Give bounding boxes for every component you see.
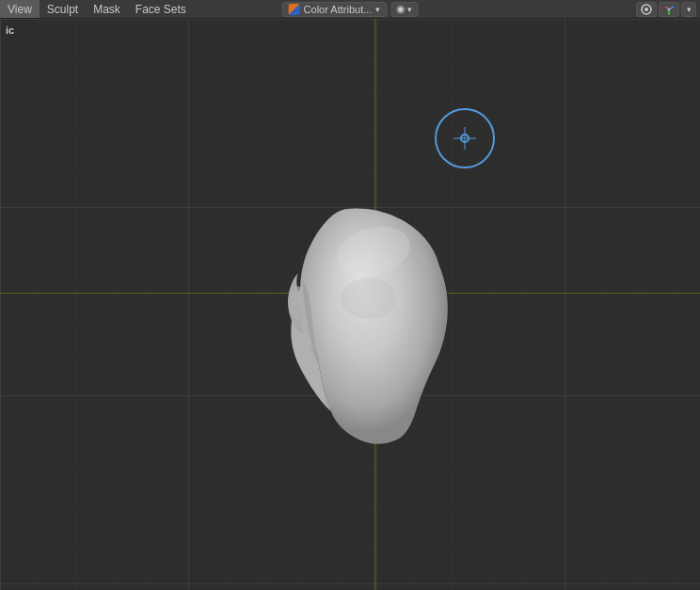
menu-face-sets[interactable]: Face Sets [128, 0, 194, 18]
color-attribute-icon [289, 4, 300, 15]
chevron-down-icon: ▾ [375, 5, 380, 14]
viewport-shading-icon: ◉ [396, 3, 406, 15]
menu-mask[interactable]: Mask [86, 0, 128, 18]
color-attribute-label: Color Attribut... [304, 4, 373, 15]
menu-sculpt[interactable]: Sculpt [40, 0, 86, 18]
viewport-overlay-btn[interactable] [636, 2, 657, 17]
viewport-shading-dropdown[interactable]: ◉ ▾ [390, 2, 418, 17]
header-center: Color Attribut... ▾ ◉ ▾ [282, 0, 419, 18]
color-attribute-dropdown[interactable]: Color Attribut... ▾ [282, 2, 388, 17]
svg-point-1 [644, 8, 648, 11]
viewport-label: ic [6, 24, 14, 36]
header-right: ▾ [636, 0, 696, 18]
gizmo-btn[interactable] [659, 2, 679, 17]
svg-point-5 [668, 8, 671, 10]
extra-btn[interactable]: ▾ [681, 2, 696, 17]
viewport[interactable]: ic [0, 19, 700, 590]
head-svg [223, 190, 468, 463]
svg-point-10 [341, 278, 397, 319]
svg-point-9 [291, 286, 306, 320]
brush-circle [435, 108, 495, 168]
menu-view[interactable]: View [0, 0, 40, 18]
menu-bar: View Sculpt Mask Face Sets Color Attribu… [0, 0, 700, 19]
viewport-shading-chevron: ▾ [407, 5, 412, 14]
extra-icon: ▾ [687, 5, 692, 14]
overlay-icon [640, 3, 653, 16]
head-model [223, 190, 468, 463]
brush-crosshair-vertical [465, 127, 466, 150]
gizmo-icon [662, 3, 676, 16]
